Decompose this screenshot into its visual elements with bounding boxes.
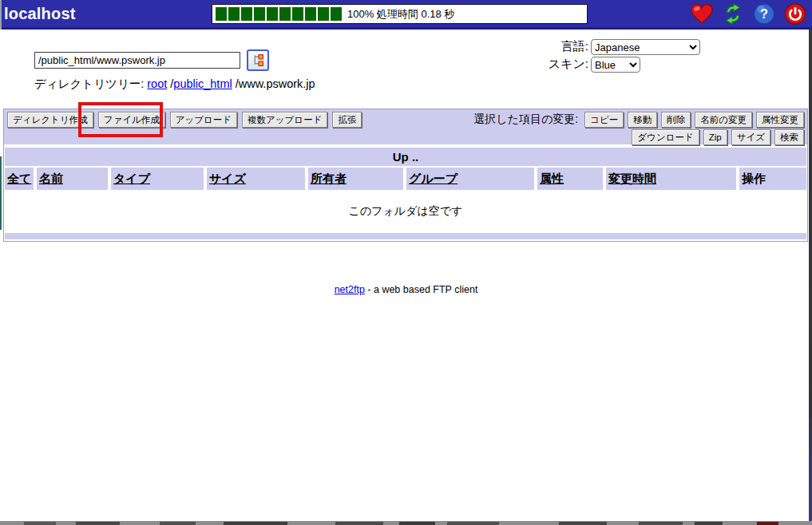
table-header-row: 全て 名前 タイプ サイズ 所有者 グループ 属性 変更時間 操作 (4, 168, 807, 190)
column-permissions[interactable]: 属性 (537, 168, 603, 190)
breadcrumb-current-dir: www.pswork.jp (239, 77, 315, 90)
advanced-button[interactable]: 拡張 (332, 112, 362, 128)
path-input[interactable] (34, 52, 240, 69)
rename-button[interactable]: 名前の変更 (695, 112, 752, 128)
skin-select[interactable]: Blue (591, 57, 640, 73)
progress-label: 100% 処理時間 0.18 秒 (347, 7, 454, 22)
screen-edge-artifact-right (809, 30, 812, 525)
breadcrumb-separator: / (232, 77, 239, 90)
breadcrumb-public-html-link[interactable]: public_html (173, 77, 232, 90)
breadcrumb-label: ディレクトリツリー: (34, 77, 147, 90)
bookmark-heart-icon[interactable] (690, 2, 714, 26)
table-footer-strip (5, 233, 806, 239)
toolbar: ディレクトリ作成 ファイル作成 アップロード 複数アップロード 拡張 選択した項… (4, 109, 807, 144)
footer-tagline: - a web based FTP client (365, 284, 478, 295)
up-directory-row[interactable]: Up .. (5, 148, 806, 166)
zip-button[interactable]: Zip (703, 129, 727, 145)
header-icons: ? (690, 2, 807, 26)
tree-icon (252, 53, 265, 67)
screen-edge-artifact-bottom (0, 521, 812, 525)
svg-text:?: ? (760, 6, 768, 21)
delete-button[interactable]: 削除 (661, 112, 691, 128)
toolbar-selected-group: 選択した項目の変更: コピー 移動 削除 名前の変更 属性変更 (473, 112, 804, 128)
skin-label: スキン: (549, 57, 588, 72)
header-bar: localhost 100% 処理時間 0.18 秒 ? (0, 0, 812, 30)
breadcrumb: ディレクトリツリー: root /public_html /www.pswork… (34, 77, 315, 92)
column-owner[interactable]: 所有者 (308, 168, 403, 190)
footer: net2ftp - a web based FTP client (0, 284, 812, 295)
column-modified[interactable]: 変更時間 (606, 168, 736, 190)
progress-bar: 100% 処理時間 0.18 秒 (212, 4, 588, 24)
move-button[interactable]: 移動 (628, 112, 657, 128)
toolbar-selected-group-row2: ダウンロード Zip サイズ 検索 (632, 129, 804, 145)
progress-segments (216, 7, 343, 21)
column-type[interactable]: タイプ (111, 168, 204, 190)
new-file-button[interactable]: ファイル作成 (98, 112, 165, 128)
power-logout-icon[interactable] (783, 2, 807, 26)
selected-items-label: 選択した項目の変更: (473, 112, 578, 127)
page-title: localhost (4, 5, 76, 23)
column-size[interactable]: サイズ (207, 168, 305, 190)
breadcrumb-root-link[interactable]: root (147, 77, 167, 90)
download-button[interactable]: ダウンロード (632, 129, 699, 145)
copy-button[interactable]: コピー (584, 112, 624, 128)
search-button[interactable]: 検索 (774, 129, 804, 145)
column-group[interactable]: グループ (406, 168, 534, 190)
language-select[interactable]: Japanese (591, 39, 700, 55)
column-actions: 操作 (739, 168, 806, 190)
new-directory-button[interactable]: ディレクトリ作成 (7, 112, 93, 128)
refresh-icon[interactable] (721, 2, 745, 26)
multi-upload-button[interactable]: 複数アップロード (242, 112, 327, 128)
column-name[interactable]: 名前 (37, 168, 108, 190)
screen-edge-artifact-left (0, 156, 2, 230)
file-browser-panel: ディレクトリ作成 ファイル作成 アップロード 複数アップロード 拡張 選択した項… (3, 109, 808, 242)
empty-folder-message: このフォルダは空です (4, 190, 807, 233)
toolbar-left-group: ディレクトリ作成 ファイル作成 アップロード 複数アップロード 拡張 (7, 112, 362, 128)
screen-edge-artifact-left-top (0, 0, 2, 30)
upload-button[interactable]: アップロード (170, 112, 237, 128)
help-icon[interactable]: ? (752, 2, 776, 26)
column-select-all[interactable]: 全て (5, 168, 34, 190)
size-button[interactable]: サイズ (731, 129, 770, 145)
net2ftp-link[interactable]: net2ftp (335, 284, 365, 295)
directory-tree-button[interactable] (247, 49, 269, 71)
language-label: 言語: (561, 39, 588, 54)
chmod-button[interactable]: 属性変更 (756, 112, 804, 128)
